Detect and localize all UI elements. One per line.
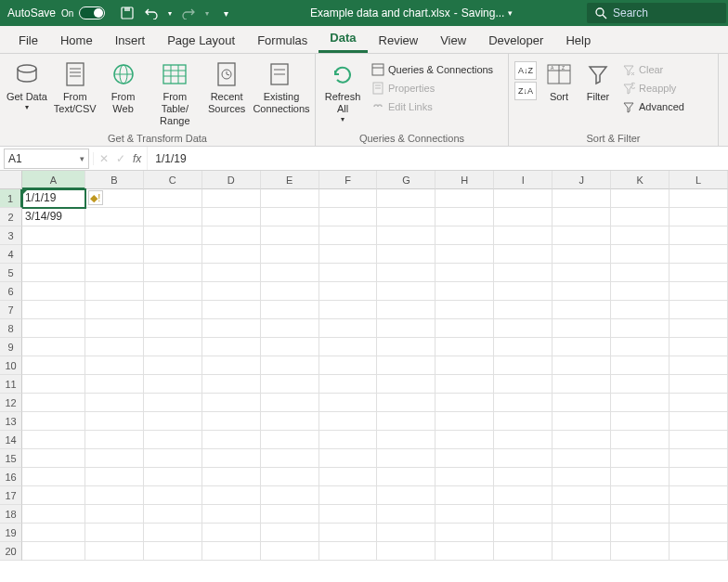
cell-J6[interactable] <box>552 282 611 301</box>
cell-A6[interactable] <box>22 282 85 301</box>
cell-A3[interactable] <box>22 226 85 245</box>
fx-icon[interactable]: fx <box>133 152 141 165</box>
cell-D9[interactable] <box>202 338 261 356</box>
cell-B12[interactable] <box>85 394 144 412</box>
row-header-7[interactable]: 7 <box>0 301 22 319</box>
cell-D12[interactable] <box>202 394 261 412</box>
cell-A1[interactable]: 1/1/19◆! <box>22 189 85 208</box>
cell-D14[interactable] <box>202 431 261 449</box>
cell-D19[interactable] <box>202 524 261 542</box>
row-header-11[interactable]: 11 <box>0 375 22 394</box>
cell-C13[interactable] <box>144 412 202 431</box>
col-header-C[interactable]: C <box>144 171 202 189</box>
cell-G13[interactable] <box>377 412 436 431</box>
cell-B19[interactable] <box>85 524 144 542</box>
cell-L12[interactable] <box>670 394 728 412</box>
cell-B4[interactable] <box>85 245 144 264</box>
col-header-J[interactable]: J <box>552 171 611 189</box>
cell-K2[interactable] <box>611 208 670 226</box>
cell-E2[interactable] <box>261 208 319 226</box>
cell-E4[interactable] <box>261 245 319 264</box>
cell-J9[interactable] <box>552 338 611 356</box>
cell-H15[interactable] <box>436 449 494 468</box>
cell-A4[interactable] <box>22 245 85 264</box>
tab-insert[interactable]: Insert <box>104 28 157 53</box>
cell-J15[interactable] <box>552 449 611 468</box>
tab-help[interactable]: Help <box>554 28 602 53</box>
cell-K9[interactable] <box>611 338 670 356</box>
cell-D3[interactable] <box>202 226 261 245</box>
cell-D4[interactable] <box>202 245 261 264</box>
cell-H12[interactable] <box>436 394 494 412</box>
cell-L15[interactable] <box>670 449 728 468</box>
col-header-A[interactable]: A <box>22 171 85 189</box>
cell-K14[interactable] <box>611 431 670 449</box>
tab-formulas[interactable]: Formulas <box>246 28 318 53</box>
cell-F2[interactable] <box>319 208 378 226</box>
cell-K1[interactable] <box>611 189 670 208</box>
cell-F18[interactable] <box>319 505 378 524</box>
cell-C7[interactable] <box>144 301 202 319</box>
cell-A17[interactable] <box>22 486 85 505</box>
cell-L5[interactable] <box>670 264 728 282</box>
formula-input[interactable]: 1/1/19 <box>147 147 728 170</box>
clear-button[interactable]: Clear <box>618 61 688 78</box>
cell-J1[interactable] <box>552 189 611 208</box>
redo-dropdown-icon[interactable]: ▾ <box>205 9 209 18</box>
queries-connections-button[interactable]: Queries & Connections <box>368 61 497 78</box>
cell-K7[interactable] <box>611 301 670 319</box>
cell-G8[interactable] <box>377 319 436 338</box>
cell-G7[interactable] <box>377 301 436 319</box>
cell-E16[interactable] <box>261 468 319 486</box>
cell-E6[interactable] <box>261 282 319 301</box>
cell-I11[interactable] <box>494 375 552 394</box>
cell-A18[interactable] <box>22 505 85 524</box>
tab-page-layout[interactable]: Page Layout <box>156 28 246 53</box>
enter-icon[interactable]: ✓ <box>116 152 125 165</box>
error-indicator-icon[interactable]: ◆! <box>88 190 103 205</box>
search-box[interactable]: Search <box>587 3 726 23</box>
row-header-2[interactable]: 2 <box>0 208 22 226</box>
toggle-switch[interactable] <box>79 6 105 19</box>
cell-A15[interactable] <box>22 449 85 468</box>
cell-F13[interactable] <box>319 412 378 431</box>
cell-B15[interactable] <box>85 449 144 468</box>
cell-I14[interactable] <box>494 431 552 449</box>
cell-I17[interactable] <box>494 486 552 505</box>
cell-J16[interactable] <box>552 468 611 486</box>
cell-G17[interactable] <box>377 486 436 505</box>
redo-icon[interactable] <box>181 6 196 20</box>
row-header-13[interactable]: 13 <box>0 412 22 431</box>
cell-L17[interactable] <box>670 486 728 505</box>
cell-D17[interactable] <box>202 486 261 505</box>
cell-C1[interactable] <box>144 189 202 208</box>
cell-G18[interactable] <box>377 505 436 524</box>
cell-F15[interactable] <box>319 449 378 468</box>
sort-desc-button[interactable]: Z↓A <box>514 82 537 100</box>
cell-H6[interactable] <box>436 282 494 301</box>
cell-K5[interactable] <box>611 264 670 282</box>
cell-H9[interactable] <box>436 338 494 356</box>
cell-F4[interactable] <box>319 245 378 264</box>
cell-B5[interactable] <box>85 264 144 282</box>
cell-E14[interactable] <box>261 431 319 449</box>
cell-C17[interactable] <box>144 486 202 505</box>
cell-F19[interactable] <box>319 524 378 542</box>
cell-C15[interactable] <box>144 449 202 468</box>
cell-K10[interactable] <box>611 356 670 375</box>
cell-K11[interactable] <box>611 375 670 394</box>
cell-E17[interactable] <box>261 486 319 505</box>
cell-H16[interactable] <box>436 468 494 486</box>
cell-I6[interactable] <box>494 282 552 301</box>
cell-F6[interactable] <box>319 282 378 301</box>
col-header-K[interactable]: K <box>611 171 670 189</box>
cell-J10[interactable] <box>552 356 611 375</box>
cell-A16[interactable] <box>22 468 85 486</box>
tab-home[interactable]: Home <box>49 28 104 53</box>
cell-J2[interactable] <box>552 208 611 226</box>
cell-K15[interactable] <box>611 449 670 468</box>
cell-A12[interactable] <box>22 394 85 412</box>
cell-F7[interactable] <box>319 301 378 319</box>
recent-sources-button[interactable]: Recent Sources <box>203 58 250 117</box>
cell-F11[interactable] <box>319 375 378 394</box>
